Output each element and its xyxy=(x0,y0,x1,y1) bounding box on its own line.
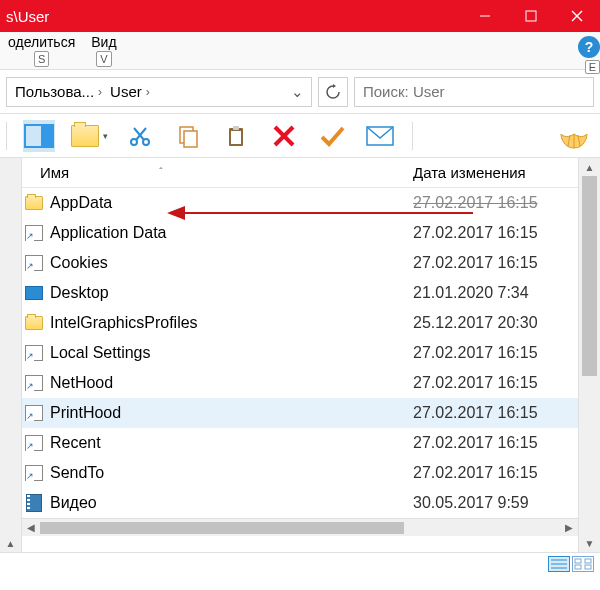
table-row[interactable]: Видео30.05.2017 9:59 xyxy=(22,488,578,518)
table-row[interactable]: Application Data27.02.2017 16:15 xyxy=(22,218,578,248)
chevron-right-icon: › xyxy=(146,85,150,99)
envelope-icon xyxy=(366,126,394,146)
check-icon xyxy=(319,123,345,149)
folder-icon xyxy=(71,125,99,147)
separator xyxy=(6,122,7,150)
paste-button[interactable] xyxy=(220,120,252,152)
shell-button[interactable] xyxy=(558,120,590,152)
shortcut-icon xyxy=(25,405,43,421)
sort-asc-icon: ˆ xyxy=(159,167,162,178)
delete-button[interactable] xyxy=(268,120,300,152)
table-row[interactable]: Cookies27.02.2017 16:15 xyxy=(22,248,578,278)
table-row[interactable]: SendTo27.02.2017 16:15 xyxy=(22,458,578,488)
row-date: 27.02.2017 16:15 xyxy=(413,224,578,242)
address-path[interactable]: Пользова... › User › ⌄ xyxy=(6,77,312,107)
video-icon xyxy=(26,494,42,512)
svg-line-7 xyxy=(134,128,144,140)
view-details-button[interactable] xyxy=(548,556,570,572)
scroll-right-icon[interactable]: ▶ xyxy=(560,522,578,533)
svg-rect-9 xyxy=(184,131,197,147)
row-date: 27.02.2017 16:15 xyxy=(413,254,578,272)
refresh-button[interactable] xyxy=(318,77,348,107)
table-row[interactable]: AppData27.02.2017 16:15 xyxy=(22,188,578,218)
folder-icon xyxy=(25,316,43,330)
clipboard-icon xyxy=(224,124,248,148)
shortcut-icon xyxy=(25,435,43,451)
breadcrumb-seg-1[interactable]: Пользова... › xyxy=(11,81,106,102)
svg-rect-23 xyxy=(575,565,581,569)
row-name: PrintHood xyxy=(46,404,413,422)
maximize-button[interactable] xyxy=(508,0,554,32)
nav-pane-scroll[interactable]: ▲ xyxy=(0,158,22,552)
address-bar: Пользова... › User › ⌄ xyxy=(0,70,600,114)
table-row[interactable]: PrintHood27.02.2017 16:15 xyxy=(22,398,578,428)
table-row[interactable]: Desktop21.01.2020 7:34 xyxy=(22,278,578,308)
menu-view[interactable]: Вид V xyxy=(85,32,126,69)
close-button[interactable] xyxy=(554,0,600,32)
help-icon: ? xyxy=(585,39,594,55)
row-date: 21.01.2020 7:34 xyxy=(413,284,578,302)
layout-icon xyxy=(24,124,54,148)
row-date: 27.02.2017 16:15 xyxy=(413,404,578,422)
cut-button[interactable] xyxy=(124,120,156,152)
status-bar xyxy=(0,552,600,574)
window-titlebar: s\User xyxy=(0,0,600,32)
scroll-up-icon[interactable]: ▲ xyxy=(0,534,21,552)
table-row[interactable]: NetHood27.02.2017 16:15 xyxy=(22,368,578,398)
row-name: Видео xyxy=(46,494,413,512)
menu-view-key: V xyxy=(96,51,111,67)
table-row[interactable]: IntelGraphicsProfiles25.12.2017 20:30 xyxy=(22,308,578,338)
v-scrollbar[interactable]: ▲ ▼ xyxy=(578,158,600,552)
scroll-up-icon[interactable]: ▲ xyxy=(579,158,600,176)
table-row[interactable]: Local Settings27.02.2017 16:15 xyxy=(22,338,578,368)
column-date[interactable]: Дата изменения xyxy=(413,164,578,181)
row-date: 27.02.2017 16:15 xyxy=(413,464,578,482)
h-scroll-thumb[interactable] xyxy=(40,522,404,534)
shortcut-icon xyxy=(25,345,43,361)
layout-button[interactable] xyxy=(23,120,55,152)
h-scrollbar[interactable]: ◀ ▶ xyxy=(22,518,578,536)
menu-share-label: оделиться xyxy=(8,34,75,50)
minimize-button[interactable] xyxy=(462,0,508,32)
column-name[interactable]: Имя ˆ xyxy=(22,164,413,181)
help-button[interactable]: ? xyxy=(578,36,600,58)
copy-icon xyxy=(176,124,200,148)
window-title: s\User xyxy=(6,8,49,25)
view-icons-button[interactable] xyxy=(572,556,594,572)
folder-icon xyxy=(25,196,43,210)
row-date: 27.02.2017 16:15 xyxy=(413,374,578,392)
file-list: Имя ˆ Дата изменения AppData27.02.2017 1… xyxy=(22,158,578,552)
check-button[interactable] xyxy=(316,120,348,152)
row-name: SendTo xyxy=(46,464,413,482)
shortcut-icon xyxy=(25,255,43,271)
shortcut-icon xyxy=(25,465,43,481)
search-box[interactable] xyxy=(354,77,594,107)
menu-share[interactable]: оделиться S xyxy=(2,32,85,69)
scroll-down-icon[interactable]: ▼ xyxy=(579,534,600,552)
row-name: Desktop xyxy=(46,284,413,302)
menu-view-label: Вид xyxy=(91,34,116,50)
search-input[interactable] xyxy=(361,82,587,101)
copy-button[interactable] xyxy=(172,120,204,152)
breadcrumb-seg-2[interactable]: User › xyxy=(106,81,154,102)
window-controls xyxy=(462,0,600,32)
svg-rect-24 xyxy=(585,565,591,569)
table-row[interactable]: Recent27.02.2017 16:15 xyxy=(22,428,578,458)
svg-rect-22 xyxy=(585,559,591,563)
row-date: 27.02.2017 16:15 xyxy=(413,194,578,212)
new-folder-button[interactable]: ▾ xyxy=(71,125,108,147)
row-name: IntelGraphicsProfiles xyxy=(46,314,413,332)
address-dropdown[interactable]: ⌄ xyxy=(287,83,307,101)
shortcut-icon xyxy=(25,375,43,391)
svg-rect-1 xyxy=(526,11,536,21)
row-name: NetHood xyxy=(46,374,413,392)
shell-icon xyxy=(558,120,590,152)
separator xyxy=(412,122,413,150)
row-date: 25.12.2017 20:30 xyxy=(413,314,578,332)
columns-header: Имя ˆ Дата изменения xyxy=(22,158,578,188)
v-scroll-thumb[interactable] xyxy=(582,176,597,376)
row-name: Local Settings xyxy=(46,344,413,362)
menu-bar: оделиться S Вид V ? Е xyxy=(0,32,600,70)
scroll-left-icon[interactable]: ◀ xyxy=(22,522,40,533)
mail-button[interactable] xyxy=(364,120,396,152)
